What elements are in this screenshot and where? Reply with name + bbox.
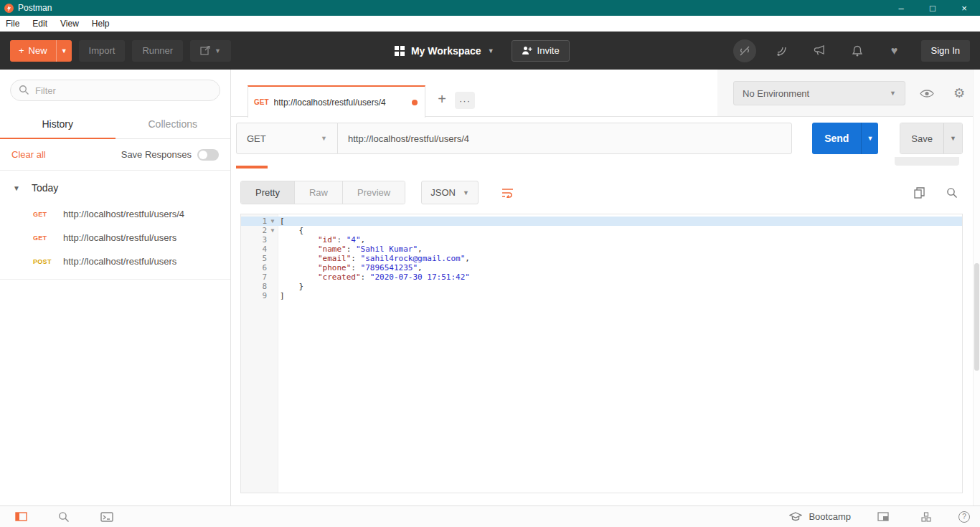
build-view-button[interactable] [915, 506, 937, 527]
code-line[interactable]: 9] [241, 291, 962, 300]
sign-in-button[interactable]: Sign In [921, 40, 970, 62]
send-dropdown-button[interactable]: ▼ [861, 123, 878, 154]
fold-caret-icon[interactable]: ▼ [267, 226, 278, 235]
code-text: [ [278, 217, 285, 226]
save-responses-control: Save Responses [121, 149, 219, 161]
view-raw-button[interactable]: Raw [294, 181, 342, 204]
code-text: ] [278, 291, 285, 300]
history-list: GET http://localhost/restful/users/4 GET… [0, 202, 230, 280]
send-button[interactable]: Send [812, 123, 861, 154]
toggle-sidebar-button[interactable] [10, 506, 32, 527]
save-dropdown-button[interactable]: ▼ [943, 123, 962, 153]
fold-spacer [267, 282, 278, 291]
environment-quick-look-button[interactable] [916, 82, 938, 104]
environment-selector[interactable]: No Environment ▼ [733, 81, 905, 105]
invite-button[interactable]: Invite [512, 40, 570, 62]
wrap-lines-button[interactable] [496, 181, 520, 204]
maximize-button[interactable]: □ [917, 0, 948, 16]
unsaved-dot-icon [412, 100, 418, 105]
chevron-down-icon: ▼ [13, 184, 20, 192]
new-button-group: + New ▼ [10, 40, 72, 62]
method-selector[interactable]: GET ▼ [236, 123, 338, 154]
active-tab-indicator [236, 166, 268, 168]
menu-help[interactable]: Help [92, 19, 110, 29]
tab-history[interactable]: History [0, 111, 116, 138]
history-item[interactable]: POST http://localhost/restful/users [0, 250, 230, 273]
heart-button[interactable]: ♥ [884, 40, 905, 62]
save-responses-toggle[interactable] [197, 149, 219, 161]
console-icon [100, 512, 113, 522]
menu-file[interactable]: File [6, 19, 19, 29]
menubar: File Edit View Help [0, 16, 980, 32]
url-input[interactable] [337, 123, 792, 154]
copy-response-button[interactable] [908, 182, 930, 204]
method-selected: GET [247, 133, 266, 144]
save-button-group: Save ▼ [900, 123, 963, 154]
two-pane-view-button[interactable] [872, 506, 894, 527]
menu-view[interactable]: View [60, 19, 79, 29]
code-line[interactable]: 1▼[ [241, 217, 962, 226]
search-response-button[interactable] [941, 182, 963, 204]
code-line[interactable]: 6 "phone": "7896541235", [241, 263, 962, 272]
minimize-button[interactable]: – [885, 0, 917, 16]
bell-icon [852, 45, 863, 57]
close-button[interactable]: × [948, 0, 980, 16]
fold-spacer [267, 291, 278, 300]
settings-button[interactable]: ⚙ [948, 82, 970, 104]
new-dropdown-button[interactable]: ▼ [56, 40, 72, 62]
format-selector[interactable]: JSON ▼ [421, 181, 479, 204]
code-line[interactable]: 4 "name": "Sahil Kumar", [241, 244, 962, 254]
graduation-cap-icon [789, 512, 802, 521]
tab-options-button[interactable]: ··· [455, 92, 475, 109]
announcements-button[interactable] [809, 40, 831, 62]
history-item[interactable]: GET http://localhost/restful/users/4 [0, 202, 230, 226]
workspace-area: My Workspace ▼ Invite [395, 40, 570, 62]
code-line[interactable]: 5 "email": "sahil4rock@gmail.com", [241, 254, 962, 263]
find-button[interactable] [53, 506, 75, 527]
view-pretty-button[interactable]: Pretty [241, 181, 294, 204]
console-button[interactable] [96, 506, 118, 527]
import-button[interactable]: Import [79, 40, 126, 62]
history-item-method: GET [33, 211, 63, 218]
response-body-editor[interactable]: 1▼[2▼ {3 "id": "4",4 "name": "Sahil Kuma… [240, 214, 963, 493]
open-new-window-button[interactable]: ▼ [190, 40, 231, 62]
clear-all-link[interactable]: Clear all [11, 149, 46, 160]
code-line[interactable]: 7 "created": "2020-07-30 17:51:42" [241, 272, 962, 282]
code-line[interactable]: 3 "id": "4", [241, 235, 962, 244]
fold-spacer [267, 235, 278, 244]
history-item[interactable]: GET http://localhost/restful/users [0, 226, 230, 250]
bootcamp-button[interactable]: Bootcamp [789, 511, 851, 522]
fold-caret-icon[interactable]: ▼ [267, 217, 278, 226]
heart-icon: ♥ [891, 45, 898, 57]
code-text: "phone": "7896541235", [278, 263, 423, 272]
chevron-down-icon: ▼ [890, 90, 896, 97]
save-button[interactable]: Save [900, 123, 943, 153]
add-tab-button[interactable]: + [433, 91, 451, 108]
sync-status-button[interactable] [733, 39, 756, 62]
titlebar: Postman – □ × [0, 0, 980, 16]
environment-selected: No Environment [743, 88, 809, 99]
help-button[interactable]: ? [958, 511, 970, 523]
tab-collections[interactable]: Collections [116, 111, 231, 138]
code-line[interactable]: 2▼ { [241, 226, 962, 235]
notifications-button[interactable] [847, 40, 868, 62]
sidebar: History Collections Clear all Save Respo… [0, 70, 231, 505]
line-number: 8 [241, 282, 267, 291]
history-group-today[interactable]: ▼ Today [0, 174, 230, 202]
interceptor-button[interactable] [772, 40, 793, 62]
search-icon [19, 85, 29, 95]
new-button[interactable]: + New [10, 40, 56, 62]
request-tab[interactable]: GET http://localhost/restful/users/4 [248, 85, 425, 118]
line-number: 5 [241, 254, 267, 263]
runner-button[interactable]: Runner [132, 40, 183, 62]
request-tab-title: http://localhost/restful/users/4 [274, 98, 407, 108]
filter-input[interactable] [10, 80, 220, 101]
menu-edit[interactable]: Edit [32, 19, 47, 29]
scrollbar-thumb[interactable] [974, 263, 979, 371]
code-line[interactable]: 8 } [241, 282, 962, 291]
view-preview-button[interactable]: Preview [342, 181, 405, 204]
history-item-method: GET [33, 234, 63, 242]
statusbar-right: Bootcamp ? [789, 506, 970, 527]
save-dropdown-shadow [895, 157, 959, 166]
workspace-switcher[interactable]: My Workspace ▼ [395, 45, 494, 57]
